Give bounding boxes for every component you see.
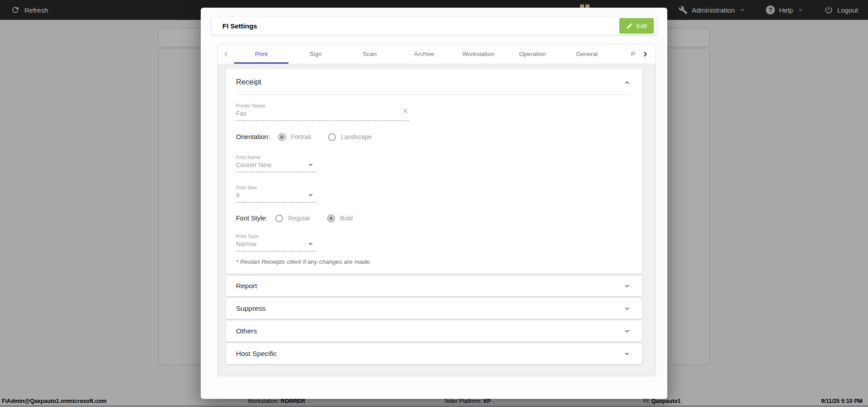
dialog-title: FI Settings (212, 22, 257, 30)
font-style-label: Font Style: (236, 215, 267, 222)
edit-button[interactable]: Edit (619, 18, 654, 33)
orientation-label: Orientation: (236, 133, 270, 140)
suppress-section-title: Suppress (226, 304, 265, 313)
print-style-value: Narrow (236, 240, 316, 248)
others-section-header[interactable]: Others (226, 321, 642, 342)
settings-card: Print Sign Scan Archive Workstation Oper… (217, 44, 656, 376)
radio-portrait[interactable] (278, 133, 286, 141)
receipt-section: Receipt Printer Name Fax Orientation: Po… (226, 69, 642, 274)
tab-general[interactable]: General (560, 44, 614, 64)
suppress-section-header[interactable]: Suppress (226, 298, 642, 319)
font-name-label: Font Name (236, 154, 316, 160)
radio-regular-label: Regular (288, 215, 310, 222)
tab-archive[interactable]: Archive (397, 44, 451, 64)
tab-print[interactable]: Print (234, 44, 288, 64)
dropdown-arrow-icon (308, 243, 313, 245)
pencil-icon (626, 23, 633, 29)
tab-sign[interactable]: Sign (288, 44, 343, 64)
chevron-right-icon (641, 50, 649, 58)
dropdown-arrow-icon (308, 164, 313, 166)
radio-bold-label: Bold (340, 215, 353, 222)
print-style-label: Print Style (236, 234, 316, 239)
printer-name-value: Fax (236, 110, 409, 117)
divider (236, 94, 628, 95)
receipt-section-title: Receipt (236, 78, 261, 86)
report-section-title: Report (226, 282, 257, 290)
font-size-label: Font Size (236, 185, 316, 190)
font-name-select[interactable]: Font Name Courier New (236, 154, 316, 173)
collapse-chevron-up-icon[interactable] (623, 79, 631, 89)
expand-chevron-down-icon (623, 282, 631, 292)
tabs-scroll-left-button[interactable] (218, 44, 234, 64)
expand-chevron-down-icon (623, 304, 631, 314)
radio-regular[interactable] (275, 215, 283, 222)
radio-bold[interactable] (327, 215, 335, 222)
tab-operation[interactable]: Operation (505, 44, 560, 64)
host-specific-section-title: Host Specific (226, 350, 277, 358)
others-section-title: Others (226, 327, 257, 335)
dialog-header: FI Settings Edit (212, 17, 656, 35)
edit-button-label: Edit (637, 23, 647, 29)
font-size-value: 8 (236, 192, 316, 199)
chevron-left-icon (222, 50, 230, 58)
fi-settings-dialog: FI Settings Edit Print Sign Scan Archive… (201, 8, 667, 399)
printer-name-label: Printer Name (236, 103, 409, 108)
font-name-value: Courier New (236, 161, 316, 168)
restart-note: * Restart Receipts client if any changes… (236, 258, 371, 265)
tabs-scroll-right-button[interactable] (635, 44, 656, 64)
host-specific-section-header[interactable]: Host Specific (226, 343, 642, 364)
dropdown-arrow-icon (308, 194, 313, 196)
tab-clipped[interactable]: P (614, 44, 635, 64)
print-style-select[interactable]: Print Style Narrow (236, 234, 316, 252)
report-section-header[interactable]: Report (226, 276, 642, 296)
tab-strip: Print Sign Scan Archive Workstation Oper… (234, 44, 635, 64)
font-style-group: Font Style: Regular Bold (236, 211, 370, 225)
clear-icon[interactable] (402, 108, 409, 116)
tab-scan[interactable]: Scan (343, 44, 397, 64)
expand-chevron-down-icon (623, 350, 631, 360)
tab-bar: Print Sign Scan Archive Workstation Oper… (218, 44, 656, 64)
tab-workstation[interactable]: Workstation (451, 44, 505, 64)
expand-chevron-down-icon (623, 327, 631, 337)
radio-portrait-label: Portrait (291, 133, 311, 140)
radio-landscape-label: Landscape (341, 133, 372, 140)
orientation-group: Orientation: Portrait Landscape (236, 130, 389, 144)
radio-landscape[interactable] (328, 133, 336, 141)
printer-name-field[interactable]: Printer Name Fax (236, 103, 409, 121)
font-size-select[interactable]: Font Size 8 (236, 185, 316, 203)
